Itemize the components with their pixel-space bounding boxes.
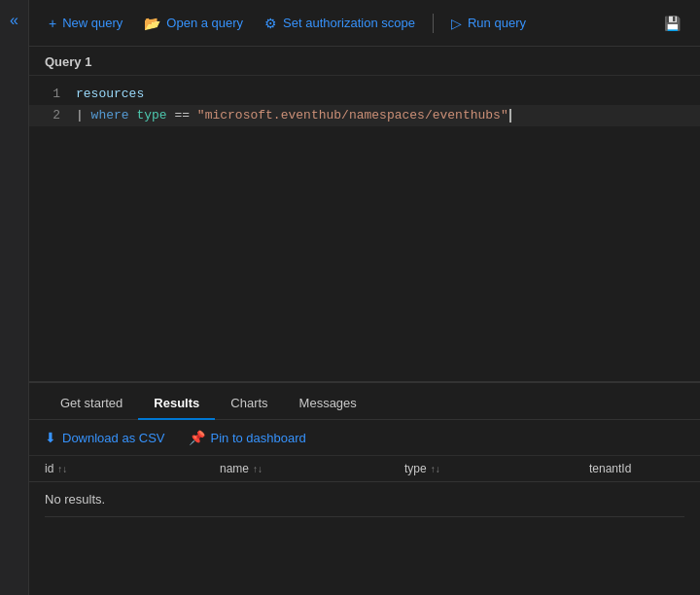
pipe-symbol: |	[76, 108, 91, 122]
gear-icon: ⚙	[264, 16, 277, 31]
column-header-tenant[interactable]: tenantId	[589, 462, 684, 475]
folder-icon: 📂	[144, 16, 160, 31]
run-icon: ▷	[451, 16, 462, 31]
table-header: id ↑↓ name ↑↓ type ↑↓ tenantId	[29, 456, 700, 482]
actions-bar: ⬇ Download as CSV 📌 Pin to dashboard	[29, 420, 700, 456]
pin-label: Pin to dashboard	[211, 431, 306, 445]
plus-icon: +	[49, 16, 56, 31]
tab-get-started[interactable]: Get started	[45, 388, 138, 420]
query-section: Query 1 1 resources 2 | where type == "m…	[29, 47, 700, 381]
type-keyword: type	[136, 108, 166, 122]
column-header-id[interactable]: id ↑↓	[45, 462, 220, 475]
new-query-label: New query	[62, 16, 122, 30]
save-button[interactable]: 💾	[656, 12, 688, 35]
toolbar: + New query 📂 Open a query ⚙ Set authori…	[29, 0, 700, 47]
code-content-2: | where type == "microsoft.eventhub/name…	[76, 105, 700, 126]
text-cursor	[509, 109, 511, 122]
download-csv-button[interactable]: ⬇ Download as CSV	[45, 430, 165, 445]
operator: ==	[167, 108, 197, 122]
pin-icon: 📌	[189, 430, 205, 445]
line-number-2: 2	[29, 105, 76, 126]
pin-dashboard-button[interactable]: 📌 Pin to dashboard	[189, 430, 306, 445]
open-query-label: Open a query	[166, 16, 243, 30]
open-query-button[interactable]: 📂 Open a query	[136, 12, 251, 35]
sidebar-toggle[interactable]	[0, 0, 29, 595]
save-icon: 💾	[664, 16, 681, 31]
no-results-row: No results.	[29, 482, 700, 516]
line-number-1: 1	[29, 84, 76, 105]
keyword-resources: resources	[76, 87, 144, 101]
run-query-button[interactable]: ▷ Run query	[443, 12, 534, 35]
tab-messages[interactable]: Messages	[284, 388, 372, 420]
collapse-icon	[10, 12, 18, 29]
sort-icon-name: ↑↓	[253, 464, 262, 474]
download-icon: ⬇	[45, 430, 56, 445]
run-query-label: Run query	[468, 16, 526, 30]
set-auth-label: Set authorization scope	[283, 16, 415, 30]
no-results-text: No results.	[45, 492, 105, 507]
query-title: Query 1	[29, 47, 700, 76]
tabs-bar: Get started Results Charts Messages	[29, 383, 700, 420]
table-divider	[45, 516, 684, 517]
sort-icon-type: ↑↓	[431, 464, 440, 474]
code-line-1: 1 resources	[29, 84, 700, 105]
tab-charts[interactable]: Charts	[215, 388, 283, 420]
string-value: "microsoft.eventhub/namespaces/eventhubs…	[197, 108, 508, 122]
column-header-name[interactable]: name ↑↓	[220, 462, 404, 475]
new-query-button[interactable]: + New query	[41, 12, 130, 35]
where-keyword: where	[91, 108, 137, 122]
code-editor[interactable]: 1 resources 2 | where type == "microsoft…	[29, 76, 700, 381]
sort-icon-id: ↑↓	[57, 464, 67, 474]
toolbar-separator	[433, 14, 434, 33]
bottom-panel: Get started Results Charts Messages ⬇ Do…	[29, 381, 700, 595]
main-content: + New query 📂 Open a query ⚙ Set authori…	[29, 0, 700, 595]
column-header-type[interactable]: type ↑↓	[404, 462, 589, 475]
code-line-2: 2 | where type == "microsoft.eventhub/na…	[29, 105, 700, 126]
tab-results[interactable]: Results	[138, 388, 215, 420]
code-content-1: resources	[76, 84, 700, 105]
download-label: Download as CSV	[62, 431, 165, 445]
set-auth-button[interactable]: ⚙ Set authorization scope	[257, 12, 423, 35]
